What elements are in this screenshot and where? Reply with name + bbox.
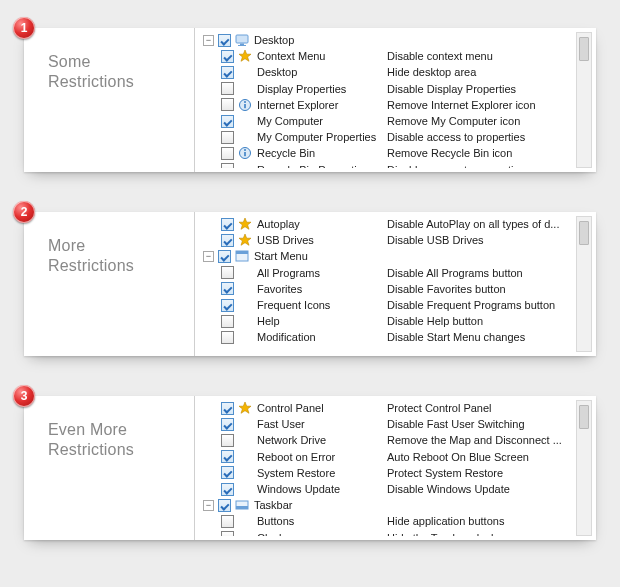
item-desc: Disable USB Drives (387, 234, 574, 246)
item-desc: Hide the Traybar clock (387, 532, 574, 536)
item-name: Clock (257, 532, 387, 536)
taskbar-icon (235, 498, 249, 512)
no-icon (238, 65, 252, 79)
no-icon (238, 82, 252, 96)
tree-item[interactable]: Recycle BinRemove Recycle Bin icon (201, 145, 574, 161)
checkbox[interactable] (221, 82, 234, 95)
scrollbar-thumb[interactable] (579, 37, 589, 61)
checkbox[interactable] (218, 250, 231, 263)
item-desc: Disable All Programs button (387, 267, 574, 279)
checkbox[interactable] (221, 531, 234, 536)
no-icon (238, 282, 252, 296)
checkbox[interactable] (221, 66, 234, 79)
no-icon (238, 266, 252, 280)
tree-item[interactable]: Context MenuDisable context menu (201, 48, 574, 64)
title-line: More (48, 236, 184, 256)
tree-item[interactable]: Recycle Bin PropertiesDisable access to … (201, 162, 574, 169)
tree-item[interactable]: Display PropertiesDisable Display Proper… (201, 81, 574, 97)
checkbox[interactable] (221, 315, 234, 328)
checkbox[interactable] (221, 266, 234, 279)
scrollbar-thumb[interactable] (579, 221, 589, 245)
item-name: Buttons (257, 515, 387, 527)
tree-group[interactable]: −Start Menu (201, 248, 574, 264)
checkbox[interactable] (221, 299, 234, 312)
checkbox[interactable] (221, 450, 234, 463)
tree-item[interactable]: Windows UpdateDisable Windows Update (201, 481, 574, 497)
item-name: Favorites (257, 283, 387, 295)
no-icon (238, 314, 252, 328)
item-desc: Remove Recycle Bin icon (387, 147, 574, 159)
tree[interactable]: Control PanelProtect Control PanelFast U… (201, 400, 574, 536)
tree-item[interactable]: DesktopHide desktop area (201, 64, 574, 80)
item-desc: Disable access to properties (387, 164, 574, 168)
checkbox[interactable] (221, 234, 234, 247)
tree-item[interactable]: Internet ExplorerRemove Internet Explore… (201, 97, 574, 113)
expander[interactable]: − (203, 251, 214, 262)
checkbox[interactable] (221, 218, 234, 231)
scrollbar[interactable] (576, 216, 592, 352)
expander[interactable]: − (203, 35, 214, 46)
checkbox[interactable] (221, 331, 234, 344)
scrollbar-thumb[interactable] (579, 405, 589, 429)
tree-item[interactable]: My Computer PropertiesDisable access to … (201, 129, 574, 145)
item-desc: Auto Reboot On Blue Screen (387, 451, 574, 463)
step-badge: 3 (13, 385, 35, 407)
title-line: Even More (48, 420, 184, 440)
tree-item[interactable]: USB DrivesDisable USB Drives (201, 232, 574, 248)
tree-group[interactable]: −Taskbar (201, 497, 574, 513)
checkbox[interactable] (221, 147, 234, 160)
panel-title: SomeRestrictions (24, 28, 194, 172)
startmenu-icon (235, 249, 249, 263)
checkbox[interactable] (221, 515, 234, 528)
checkbox[interactable] (221, 163, 234, 168)
tree-item[interactable]: ButtonsHide application buttons (201, 513, 574, 529)
checkbox[interactable] (221, 98, 234, 111)
item-name: Fast User (257, 418, 387, 430)
checkbox[interactable] (221, 434, 234, 447)
tree-item[interactable]: ClockHide the Traybar clock (201, 530, 574, 537)
checkbox[interactable] (221, 402, 234, 415)
checkbox[interactable] (221, 466, 234, 479)
item-name: Internet Explorer (257, 99, 387, 111)
tree-item[interactable]: All ProgramsDisable All Programs button (201, 265, 574, 281)
tree-item[interactable]: AutoplayDisable AutoPlay on all types of… (201, 216, 574, 232)
tree-pane: AutoplayDisable AutoPlay on all types of… (194, 212, 596, 356)
tree-item[interactable]: ModificationDisable Start Menu changes (201, 329, 574, 345)
no-icon (238, 482, 252, 496)
tree-item[interactable]: Reboot on ErrorAuto Reboot On Blue Scree… (201, 449, 574, 465)
tree[interactable]: −DesktopContext MenuDisable context menu… (201, 32, 574, 168)
expander[interactable]: − (203, 500, 214, 511)
checkbox[interactable] (221, 50, 234, 63)
tree-item[interactable]: Network DriveRemove the Map and Disconne… (201, 432, 574, 448)
checkbox[interactable] (221, 483, 234, 496)
item-name: USB Drives (257, 234, 387, 246)
item-name: System Restore (257, 467, 387, 479)
tree[interactable]: AutoplayDisable AutoPlay on all types of… (201, 216, 574, 352)
tree-item[interactable]: Frequent IconsDisable Frequent Programs … (201, 297, 574, 313)
title-line: Restrictions (48, 72, 184, 92)
item-desc: Disable Windows Update (387, 483, 574, 495)
no-icon (238, 130, 252, 144)
scrollbar[interactable] (576, 32, 592, 168)
tree-item[interactable]: FavoritesDisable Favorites button (201, 281, 574, 297)
step-badge: 2 (13, 201, 35, 223)
checkbox[interactable] (221, 131, 234, 144)
checkbox[interactable] (221, 418, 234, 431)
scrollbar[interactable] (576, 400, 592, 536)
group-label: Desktop (254, 34, 294, 46)
tree-item[interactable]: Fast UserDisable Fast User Switching (201, 416, 574, 432)
tree-item[interactable]: HelpDisable Help button (201, 313, 574, 329)
checkbox[interactable] (218, 499, 231, 512)
tree-item[interactable]: Control PanelProtect Control Panel (201, 400, 574, 416)
tree-item[interactable]: My ComputerRemove My Computer icon (201, 113, 574, 129)
checkbox[interactable] (218, 34, 231, 47)
item-desc: Remove Internet Explorer icon (387, 99, 574, 111)
item-name: Network Drive (257, 434, 387, 446)
checkbox[interactable] (221, 282, 234, 295)
checkbox[interactable] (221, 115, 234, 128)
item-name: Help (257, 315, 387, 327)
tree-group[interactable]: −Desktop (201, 32, 574, 48)
no-icon (238, 330, 252, 344)
tree-item[interactable]: System RestoreProtect System Restore (201, 465, 574, 481)
item-desc: Disable Fast User Switching (387, 418, 574, 430)
